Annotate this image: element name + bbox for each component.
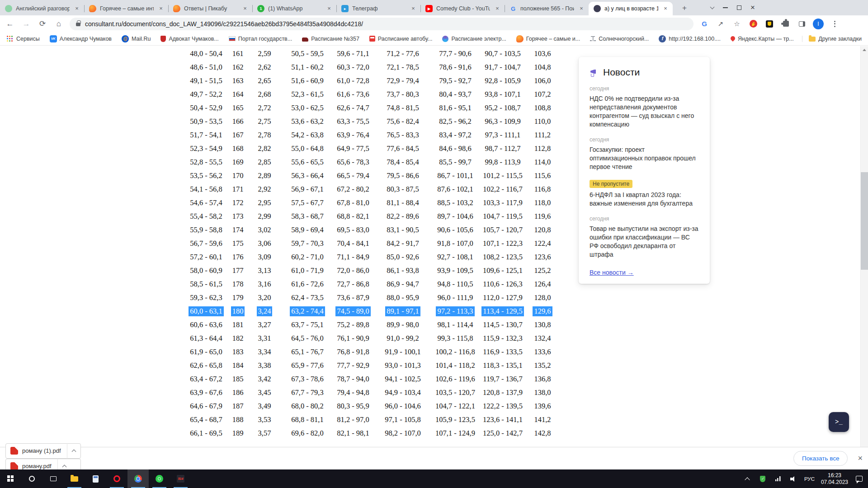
window-minimize-button[interactable] xyxy=(723,7,728,8)
profile-avatar[interactable]: I xyxy=(813,19,824,29)
home-button[interactable]: ⌂ xyxy=(53,19,64,29)
antivirus-tray-icon[interactable]: ✓ xyxy=(758,474,767,484)
table-cell: 173 xyxy=(232,212,244,221)
taskbar-search-button[interactable] xyxy=(21,469,42,488)
reload-button[interactable]: ⟳ xyxy=(37,19,48,29)
bookmark-item[interactable]: Горячее – самые и... xyxy=(516,35,580,42)
tab-6[interactable]: ▶Comedy Club - YouTube× xyxy=(420,2,505,15)
bookmark-item[interactable]: Адвокат Чумаков... xyxy=(160,36,218,42)
table-cell: 65,4 - 68,7 xyxy=(190,415,222,424)
bookmark-item[interactable]: @Mail.Ru xyxy=(122,35,151,42)
news-item-text[interactable]: НДС 0% не подтвердили из-за непредставле… xyxy=(590,94,699,129)
bookmark-star-icon[interactable]: ☆ xyxy=(731,19,742,29)
taskbar-whatsapp-button[interactable] xyxy=(149,469,170,488)
antivirus-extension-icon[interactable] xyxy=(764,19,775,29)
bookmark-label: Расписание электр... xyxy=(451,36,506,42)
extensions-puzzle-icon[interactable] xyxy=(780,19,791,29)
tray-expand-icon[interactable] xyxy=(743,474,752,484)
mailru-icon: @ xyxy=(122,35,129,42)
table-cell: 76,8 - 91,8 xyxy=(337,347,369,357)
table-row-height-184: 62,6 - 65,81843,3865,9 - 77,677,7 - 92,9… xyxy=(181,359,561,372)
bookmark-label: Яндекс.Карты — тр... xyxy=(738,36,794,42)
table-cell: 2,92 xyxy=(258,185,271,194)
action-center-icon[interactable] xyxy=(854,474,863,484)
volume-icon[interactable] xyxy=(789,474,798,484)
table-cell: 50,9 - 53,5 xyxy=(190,117,222,126)
taskbar-chrome-button[interactable] xyxy=(127,469,149,488)
floating-console-button[interactable]: >_ xyxy=(829,412,849,432)
scrollbar-up-arrow[interactable] xyxy=(861,46,868,54)
tab-close-icon[interactable]: × xyxy=(157,5,165,12)
adblock-extension-icon[interactable]: ✋ xyxy=(748,19,759,29)
bookmark-item[interactable]: VKАлександр Чумаков xyxy=(50,35,112,42)
bookmark-item[interactable]: fhttp://192.168.100.... xyxy=(659,35,721,42)
lock-icon[interactable] xyxy=(76,23,80,26)
tab-7[interactable]: Gположение 565 - Поиск в× xyxy=(505,2,589,15)
taskbar-file-explorer-button[interactable] xyxy=(64,469,85,488)
all-news-link[interactable]: Все новости → xyxy=(590,269,634,276)
bookmark-item[interactable]: Расписание автобу... xyxy=(369,36,433,42)
window-maximize-button[interactable] xyxy=(737,5,741,10)
bookmark-item[interactable]: Портал государств... xyxy=(229,36,292,42)
tab-close-icon[interactable]: × xyxy=(241,5,249,12)
tab-close-icon[interactable]: × xyxy=(662,5,669,12)
table-cell: 96,0 - 111,9 xyxy=(438,293,473,302)
back-button[interactable]: ← xyxy=(5,19,15,29)
tab-3[interactable]: Ответы | Пикабу× xyxy=(168,2,252,15)
taskbar-opera-button[interactable] xyxy=(106,469,127,488)
bookmark-item[interactable]: Расписание №357 xyxy=(302,36,359,42)
table-cell: 93,0 - 101,3 xyxy=(385,361,421,370)
other-bookmarks-button[interactable]: Другие закладки xyxy=(802,36,862,42)
tab-5[interactable]: ▸Телеграф× xyxy=(336,2,420,15)
address-bar[interactable]: consultant.ru/document/cons_doc_LAW_1490… xyxy=(70,18,693,30)
tab-8[interactable]: а) у лиц в возрасте 18 - 2× xyxy=(589,2,673,15)
tab-close-icon[interactable]: × xyxy=(73,5,80,12)
network-icon[interactable] xyxy=(774,474,783,484)
table-cell: 105,7 - 120,7 xyxy=(483,225,523,235)
tab-search-chevron-icon[interactable] xyxy=(710,5,715,9)
table-cell: 82,2 - 89,6 xyxy=(387,212,419,221)
bookmark-item[interactable]: Сервисы xyxy=(6,35,40,42)
table-cell: 168 xyxy=(232,144,244,153)
tab-close-icon[interactable]: × xyxy=(410,5,417,12)
bookmark-item[interactable]: Яндекс.Карты — тр... xyxy=(731,36,794,42)
bookmark-item[interactable]: Солнечногорский... xyxy=(590,36,649,42)
bookmark-item[interactable]: Расписание электр... xyxy=(442,36,506,42)
new-tab-button[interactable]: + xyxy=(679,3,690,14)
taskbar-aimp-514-button[interactable]: 514 xyxy=(170,469,191,488)
taskbar-clock[interactable]: 16:23 07.04.2023 xyxy=(821,472,848,486)
tab-close-icon[interactable]: × xyxy=(494,5,501,12)
tab-close-icon[interactable]: × xyxy=(326,5,333,12)
tab-2[interactable]: Горячее – самые интерес× xyxy=(84,2,168,15)
tab-close-icon[interactable]: × xyxy=(578,5,585,12)
table-cell: 61,9 - 65,0 xyxy=(190,347,222,357)
taskbar-windows-start-button[interactable] xyxy=(0,469,21,488)
share-icon[interactable]: ↗ xyxy=(715,19,726,29)
page-scrollbar[interactable] xyxy=(860,46,868,447)
table-cell: 182 xyxy=(232,334,244,343)
taskbar-calculator-button[interactable] xyxy=(85,469,106,488)
table-cell: 2,62 xyxy=(258,63,271,72)
download-item[interactable]: роману (1).pdf xyxy=(5,443,81,459)
downloads-bar-close-icon[interactable]: × xyxy=(858,454,863,463)
news-item-text[interactable]: Госзакупки: проект оптимизационных попра… xyxy=(590,145,699,171)
tab-4[interactable]: 1(1) WhatsApp× xyxy=(252,2,336,15)
table-cell: 63,7 - 75,1 xyxy=(291,320,324,329)
table-row-height-167: 51,7 - 54,11672,7854,2 - 63,863,9 - 76,4… xyxy=(181,128,561,142)
show-all-downloads-button[interactable]: Показать все xyxy=(793,451,848,466)
google-search-icon[interactable]: G xyxy=(699,19,710,29)
table-row-height-178: 58,5 - 61,51783,1661,6 - 72,672,7 - 86,8… xyxy=(181,277,561,291)
forward-button[interactable]: → xyxy=(21,19,32,29)
news-item-text[interactable]: Товар не выпустили на экспорт из-за ошиб… xyxy=(590,225,699,259)
scrollbar-thumb[interactable] xyxy=(861,172,868,270)
tab-1[interactable]: Английский разговорный× xyxy=(0,2,84,15)
taskbar-task-view-button[interactable] xyxy=(42,469,64,488)
browser-menu-icon[interactable] xyxy=(829,19,840,29)
window-close-button[interactable]: × xyxy=(750,5,755,10)
news-item-text[interactable]: 6-НДФЛ за I квартал 2023 года: важные из… xyxy=(590,191,699,208)
sidebar-icon[interactable] xyxy=(797,19,807,29)
russia-flag-icon xyxy=(229,36,236,41)
download-menu-caret-icon[interactable] xyxy=(67,443,80,459)
language-indicator[interactable]: РУС xyxy=(804,476,815,482)
table-row-height-165: 50,4 - 52,91652,7253,0 - 62,562,6 - 74,7… xyxy=(181,101,561,115)
